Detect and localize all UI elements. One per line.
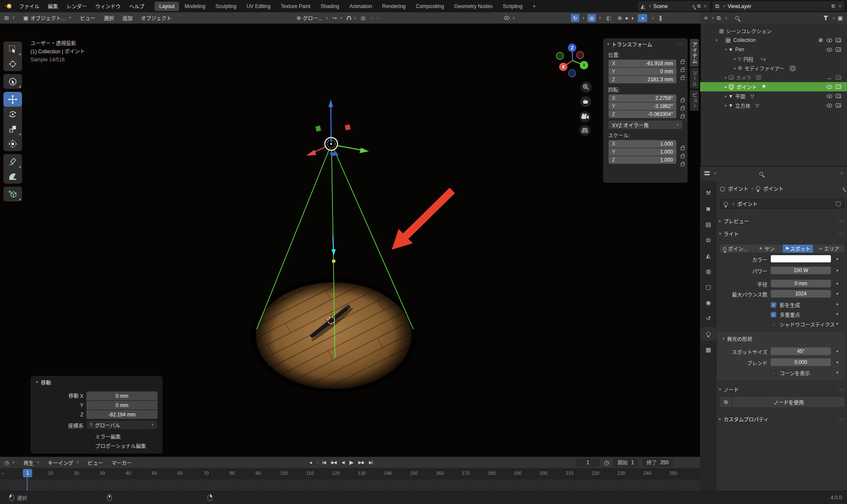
use-nodes-button[interactable]: ノードを使用 [733, 397, 844, 407]
tab-view-layer[interactable]: ⧉ [700, 233, 717, 247]
menu-add[interactable]: 追加 [118, 12, 137, 23]
next-keyframe-button[interactable]: ▶◆ [356, 460, 366, 465]
expand-icon[interactable]: ▾ [714, 38, 719, 42]
jump-to-end-button[interactable]: ▶| [367, 460, 374, 465]
expand-icon[interactable]: ▸ [723, 85, 728, 89]
lock-icon[interactable] [681, 116, 684, 118]
hide-eye-icon[interactable] [827, 104, 832, 107]
workspace-tab-uvediting[interactable]: UV Editing [242, 2, 275, 11]
overlays-toggle[interactable]: ◎ ∨ [587, 14, 601, 22]
mode-selector[interactable]: ▣ オブジェクト... ∨ [19, 12, 76, 23]
outliner-row-plane[interactable]: ▸ ▼ 平面 ▽ [700, 91, 847, 101]
proportional-edit-toggle[interactable]: ◎ [360, 15, 365, 21]
light-datablock[interactable]: ∨ ポイント [720, 199, 844, 209]
breadcrumb-data[interactable]: ポイント [763, 185, 783, 192]
menu-edit[interactable]: 編集 [44, 0, 62, 12]
menu-render[interactable]: レンダー [62, 0, 91, 12]
stopwatch-icon[interactable]: ◷ [604, 460, 609, 465]
rotation-z-field[interactable]: Z-0.063304° [609, 110, 676, 118]
tab-tool[interactable]: ⚒ [700, 186, 717, 200]
current-frame-chip[interactable]: 1 [23, 469, 32, 477]
tab-render[interactable]: ◙ [700, 202, 717, 215]
lock-icon[interactable] [681, 107, 684, 110]
animate-dot[interactable]: ● [836, 256, 839, 261]
spot-size-field[interactable]: 45° [771, 347, 831, 355]
hide-eye-icon[interactable] [827, 48, 832, 52]
timeline-ruler[interactable]: 1020304050607080901001101201301401501601… [0, 468, 700, 479]
menu-playback[interactable]: 再生∨ [19, 457, 44, 468]
playhead-line[interactable] [27, 477, 28, 491]
timeline-track[interactable] [0, 479, 700, 491]
play-button[interactable]: ▶ [347, 459, 355, 465]
animate-dot[interactable]: ● [836, 370, 839, 375]
shading-material-icon[interactable]: ◐ [631, 15, 635, 21]
properties-editor-icon[interactable] [704, 171, 710, 176]
move-x-field[interactable]: 0 mm [86, 391, 158, 400]
mis-checkbox[interactable]: ✓ [771, 312, 776, 317]
lock-icon[interactable] [681, 61, 684, 64]
location-z-field[interactable]: Z2181.3 mm [609, 76, 676, 83]
menu-view[interactable]: ビュー [76, 12, 100, 23]
outliner-row-scene-collection[interactable]: ▤ シーンコレクション [700, 26, 847, 36]
tool-add-cube[interactable] [3, 187, 22, 201]
rotation-x-field[interactable]: X2.2759° [609, 94, 676, 102]
tab-object-data[interactable] [700, 327, 717, 341]
prev-keyframe-button[interactable]: ◆◀ [329, 460, 338, 465]
end-frame-field[interactable]: 終了250 [642, 458, 673, 467]
workspace-tab-compositing[interactable]: Compositing [411, 2, 449, 11]
shading-solid-icon[interactable]: ● [625, 15, 628, 21]
outliner-row-pen[interactable]: ▾ ▼ Pen [700, 45, 847, 54]
menu-view-timeline[interactable]: ビュー [83, 457, 107, 468]
outliner-filter-icon[interactable]: ⧉ [717, 15, 720, 21]
show-cone-checkbox[interactable] [771, 370, 776, 376]
workspace-tab-sculpting[interactable]: Sculpting [211, 2, 241, 11]
light-type-spot[interactable]: スポット [783, 245, 814, 253]
menu-marker[interactable]: マーカー [107, 457, 136, 468]
lock-icon[interactable] [681, 147, 684, 150]
copy-icon[interactable]: ⧉ [832, 4, 835, 8]
expand-icon[interactable]: ▾ [723, 47, 728, 52]
lock-icon[interactable] [681, 163, 684, 166]
xray-toggle[interactable]: ◧ [606, 15, 612, 21]
workspace-tab-geometrynodes[interactable]: Geometry Nodes [449, 2, 497, 11]
outliner-row-cube[interactable]: ▸ ▼ 立方体 ▽ [700, 101, 847, 110]
hide-eye-icon[interactable] [827, 94, 832, 98]
tool-transform[interactable] [3, 136, 22, 151]
start-frame-field[interactable]: 開始1 [613, 458, 638, 467]
caustics-checkbox[interactable] [771, 322, 776, 327]
light-type-area[interactable]: ▱エリア [814, 245, 844, 253]
nodes-section-header[interactable]: ▾ノード ∷∷ [719, 385, 844, 394]
workspace-tab-animation[interactable]: Animation [345, 2, 376, 11]
snap-target-dropdown[interactable]: ↪ ∨ [332, 15, 343, 21]
lock-icon[interactable] [681, 69, 684, 72]
copy-icon[interactable]: ⧉ [698, 4, 701, 8]
rotation-mode-select[interactable]: XYZ オイラー角 ∨ [609, 121, 682, 129]
expand-icon[interactable]: ▸ [723, 103, 728, 107]
menu-object[interactable]: オブジェクト [137, 12, 176, 23]
tool-cursor[interactable] [3, 56, 22, 71]
scale-z-field[interactable]: Z1.000 [609, 156, 676, 164]
proportional-edit-checkbox[interactable] [86, 443, 92, 449]
workspace-tab-modeling[interactable]: Modeling [180, 2, 210, 11]
tool-measure[interactable] [3, 169, 22, 184]
bounces-field[interactable]: 1024 [771, 290, 831, 297]
render-visibility-icon[interactable] [836, 103, 841, 107]
animate-dot[interactable]: ● [836, 321, 839, 326]
sidebar-tab-view[interactable]: ビュー [690, 90, 699, 111]
workspace-tab-shading[interactable]: Shading [316, 2, 344, 11]
pin-icon[interactable] [692, 5, 695, 7]
region-expand-icon[interactable]: › [2, 471, 4, 476]
fake-user-shield-icon[interactable] [836, 201, 841, 207]
lock-icon[interactable] [681, 99, 684, 102]
menu-select[interactable]: 選択 [100, 12, 118, 23]
render-disabled-icon[interactable] [836, 75, 841, 80]
outliner-row-camera[interactable]: ▸ カメラ [700, 73, 847, 82]
snap-toggle[interactable]: ∨ [347, 16, 357, 20]
expand-icon[interactable]: ▸ [733, 57, 738, 61]
workspace-tab-rendering[interactable]: Rendering [377, 2, 410, 11]
scale-y-field[interactable]: Y1.000 [609, 148, 676, 156]
outliner-row-cylinder[interactable]: ▸ ▽ 円柱 ◔ 3 [700, 54, 847, 63]
search-icon[interactable] [735, 16, 739, 20]
expand-icon[interactable]: ▸ [723, 75, 728, 80]
light-type-sun[interactable]: ☀サン [751, 245, 782, 253]
